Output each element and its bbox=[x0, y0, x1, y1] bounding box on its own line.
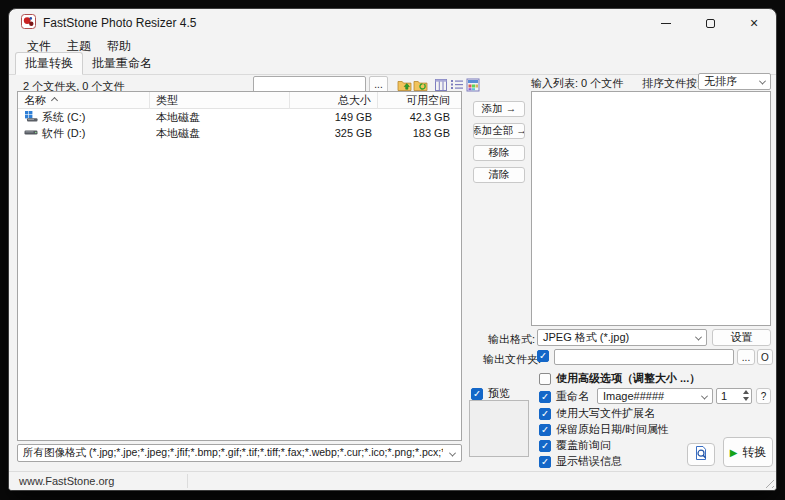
output-format-value: JPEG 格式 (*.jpg) bbox=[543, 330, 629, 345]
column-header-type[interactable]: 类型 bbox=[150, 92, 290, 109]
column-header-free-space[interactable]: 可用空间 bbox=[378, 92, 456, 109]
preview-output-button[interactable] bbox=[687, 443, 715, 466]
output-folder-browse-button[interactable]: ... bbox=[737, 349, 755, 365]
output-format-combobox[interactable]: JPEG 格式 (*.jpg) bbox=[537, 329, 707, 346]
spinner-arrows[interactable] bbox=[743, 390, 749, 401]
minimize-button[interactable] bbox=[644, 9, 688, 37]
chevron-down-icon bbox=[695, 334, 702, 341]
ask-overwrite-label: 覆盖前询问 bbox=[556, 438, 611, 453]
play-icon: ▶ bbox=[730, 447, 738, 458]
rename-pattern-value: Image##### bbox=[603, 390, 664, 402]
app-window: FastStone Photo Resizer 4.5 × 文件 主题 帮助 批… bbox=[8, 8, 777, 491]
rename-start-spinner[interactable]: 1 bbox=[716, 388, 752, 404]
chevron-down-icon bbox=[701, 393, 708, 400]
keep-datetime-row: ✓ 保留原始日期/时间属性 bbox=[539, 422, 669, 437]
output-folder-open-button[interactable]: O bbox=[757, 349, 773, 365]
tab-bar: 批量转换 批量重命名 bbox=[9, 56, 776, 75]
drive-row-c[interactable]: 系统 (C:) 本地磁盘 149 GB 42.3 GB bbox=[18, 109, 461, 125]
resize-grip[interactable] bbox=[762, 476, 774, 488]
status-url: www.FastStone.org bbox=[9, 475, 114, 487]
chevron-down-icon bbox=[759, 78, 766, 85]
preview-option-row: ✓ 预览 bbox=[471, 386, 510, 401]
output-format-label: 输出格式: bbox=[488, 332, 535, 347]
window-title: FastStone Photo Resizer 4.5 bbox=[43, 16, 196, 30]
output-folder-label: 输出文件夹: bbox=[483, 352, 541, 367]
convert-button-label: 转换 bbox=[742, 444, 766, 461]
app-logo-icon bbox=[21, 14, 36, 33]
drive-c-icon bbox=[24, 110, 38, 124]
thumbnail-view-icon[interactable] bbox=[465, 77, 480, 92]
rename-label: 重命名 bbox=[556, 389, 589, 404]
maximize-icon bbox=[706, 19, 715, 28]
uppercase-ext-label: 使用大写文件扩展名 bbox=[556, 406, 655, 421]
input-list-summary: 输入列表: 0 个文件 bbox=[531, 76, 623, 91]
status-bar: www.FastStone.org bbox=[9, 471, 776, 490]
remove-button[interactable]: 移除 bbox=[473, 145, 525, 161]
advanced-options-checkbox[interactable]: ✓ bbox=[539, 373, 551, 385]
tab-batch-convert[interactable]: 批量转换 bbox=[15, 52, 83, 75]
keep-datetime-label: 保留原始日期/时间属性 bbox=[556, 422, 669, 437]
uppercase-ext-row: ✓ 使用大写文件扩展名 bbox=[539, 406, 655, 421]
drive-type: 本地磁盘 bbox=[150, 110, 290, 125]
column-header-total-size[interactable]: 总大小 bbox=[290, 92, 378, 109]
tab-batch-rename[interactable]: 批量重命名 bbox=[83, 53, 161, 74]
window-controls: × bbox=[644, 9, 776, 37]
drive-name: 系统 (C:) bbox=[42, 110, 85, 125]
sort-ascending-icon bbox=[51, 97, 58, 104]
show-errors-label: 显示错误信息 bbox=[556, 454, 622, 469]
output-folder-checkbox[interactable]: ✓ bbox=[537, 350, 549, 362]
spin-up-icon bbox=[743, 390, 749, 394]
input-list-box[interactable] bbox=[531, 91, 771, 326]
close-button[interactable]: × bbox=[732, 9, 776, 37]
preview-label: 预览 bbox=[488, 386, 510, 401]
rename-help-button[interactable]: ? bbox=[756, 388, 771, 404]
ask-overwrite-row: ✓ 覆盖前询问 bbox=[539, 438, 611, 453]
column-header-name[interactable]: 名称 bbox=[18, 92, 150, 109]
file-type-filter-combobox[interactable]: 所有图像格式 (*.jpg;*.jpe;*.jpeg;*.jfif;*.bmp;… bbox=[17, 444, 462, 462]
sort-by-value: 无排序 bbox=[704, 74, 737, 89]
show-errors-row: ✓ 显示错误信息 bbox=[539, 454, 622, 469]
rename-pattern-combobox[interactable]: Image##### bbox=[597, 388, 713, 404]
chevron-down-icon bbox=[449, 450, 456, 457]
maximize-button[interactable] bbox=[688, 9, 732, 37]
status-separator bbox=[187, 474, 188, 488]
format-settings-button[interactable]: 设置 bbox=[712, 329, 771, 346]
details-view-icon[interactable] bbox=[433, 77, 448, 92]
file-type-filter-value: 所有图像格式 (*.jpg;*.jpe;*.jpeg;*.jfif;*.bmp;… bbox=[23, 446, 443, 460]
advanced-options-label: 使用高级选项（调整大小 ...） bbox=[556, 371, 700, 386]
rename-start-value: 1 bbox=[721, 390, 727, 402]
show-errors-checkbox[interactable]: ✓ bbox=[539, 456, 551, 468]
keep-datetime-checkbox[interactable]: ✓ bbox=[539, 424, 551, 436]
minimize-icon bbox=[661, 23, 671, 24]
add-all-button[interactable]: 添加全部 → bbox=[473, 123, 525, 139]
clear-button[interactable]: 清除 bbox=[473, 167, 525, 183]
rename-option-row: ✓ 重命名 bbox=[539, 389, 589, 404]
drive-row-d[interactable]: 软件 (D:) 本地磁盘 325 GB 183 GB bbox=[18, 125, 461, 141]
document-magnifier-icon bbox=[693, 445, 709, 465]
spin-down-icon bbox=[743, 397, 749, 401]
ask-overwrite-checkbox[interactable]: ✓ bbox=[539, 440, 551, 452]
drive-type: 本地磁盘 bbox=[150, 126, 290, 141]
drive-name: 软件 (D:) bbox=[42, 126, 85, 141]
rename-checkbox[interactable]: ✓ bbox=[539, 391, 551, 403]
file-browser-panel: 名称 类型 总大小 可用空间 系统 (C:) 本地磁盘 149 GB 42.3 … bbox=[17, 91, 462, 441]
sort-by-combobox[interactable]: 无排序 bbox=[698, 73, 771, 90]
close-icon: × bbox=[750, 16, 758, 30]
output-folder-field[interactable] bbox=[554, 349, 734, 365]
sort-by-label: 排序文件按: bbox=[642, 76, 700, 91]
drive-d-icon bbox=[24, 126, 38, 140]
folder-sync-icon[interactable] bbox=[413, 77, 428, 92]
drive-free-space: 42.3 GB bbox=[378, 111, 456, 123]
preview-checkbox[interactable]: ✓ bbox=[471, 388, 483, 400]
advanced-options-row: ✓ 使用高级选项（调整大小 ...） bbox=[539, 371, 700, 386]
preview-panel bbox=[469, 400, 529, 457]
title-bar: FastStone Photo Resizer 4.5 × bbox=[9, 9, 776, 37]
add-button[interactable]: 添加 → bbox=[473, 101, 525, 117]
uppercase-ext-checkbox[interactable]: ✓ bbox=[539, 408, 551, 420]
drive-free-space: 183 GB bbox=[378, 127, 456, 139]
drive-total-size: 149 GB bbox=[290, 111, 378, 123]
list-view-icon[interactable] bbox=[449, 77, 464, 92]
drive-total-size: 325 GB bbox=[290, 127, 378, 139]
convert-button[interactable]: ▶ 转换 bbox=[723, 437, 773, 467]
folder-up-icon[interactable] bbox=[397, 77, 412, 92]
